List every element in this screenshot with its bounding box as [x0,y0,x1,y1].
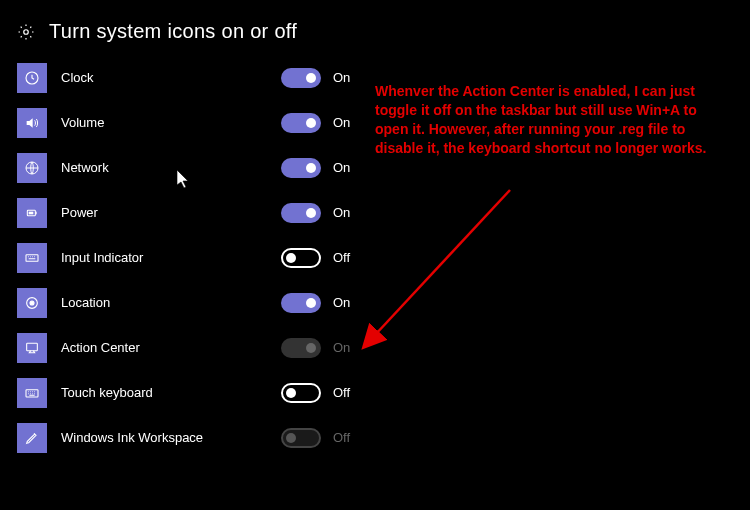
ink-icon [17,423,47,453]
row-label: Touch keyboard [61,385,281,400]
gear-icon [17,23,35,41]
svg-rect-9 [27,343,38,350]
page-header: Turn system icons on or off [0,0,750,55]
toggle-network[interactable] [281,158,321,178]
volume-icon [17,108,47,138]
input-icon [17,243,47,273]
toggle-state-label: On [333,70,350,85]
row-label: Input Indicator [61,250,281,265]
toggle-location[interactable] [281,293,321,313]
svg-rect-6 [26,254,38,261]
annotation-text: Whenver the Action Center is enabled, I … [375,82,710,158]
svg-point-0 [24,29,29,34]
toggle-state-label: Off [333,250,350,265]
toggle-action-center [281,338,321,358]
touch-icon [17,378,47,408]
row-touch-keyboard: Touch keyboard Off [17,370,733,415]
row-label: Volume [61,115,281,130]
row-location: Location On [17,280,733,325]
page-title: Turn system icons on or off [49,20,297,43]
row-label: Power [61,205,281,220]
toggle-power[interactable] [281,203,321,223]
toggle-input-indicator[interactable] [281,248,321,268]
toggle-state-label: Off [333,385,350,400]
toggle-state-label: On [333,295,350,310]
toggle-state-label: On [333,115,350,130]
row-label: Action Center [61,340,281,355]
network-icon [17,153,47,183]
row-label: Location [61,295,281,310]
row-label: Network [61,160,281,175]
toggle-volume[interactable] [281,113,321,133]
power-icon [17,198,47,228]
row-windows-ink: Windows Ink Workspace Off [17,415,733,460]
row-power: Power On [17,190,733,235]
toggle-state-label: Off [333,430,350,445]
toggle-windows-ink [281,428,321,448]
location-icon [17,288,47,318]
svg-rect-5 [29,211,34,214]
row-label: Windows Ink Workspace [61,430,281,445]
row-action-center: Action Center On [17,325,733,370]
toggle-touch-keyboard[interactable] [281,383,321,403]
row-input-indicator: Input Indicator Off [17,235,733,280]
clock-icon [17,63,47,93]
action-icon [17,333,47,363]
toggle-state-label: On [333,340,350,355]
toggle-clock[interactable] [281,68,321,88]
svg-point-8 [30,301,34,305]
row-label: Clock [61,70,281,85]
toggle-state-label: On [333,160,350,175]
svg-rect-4 [35,211,36,214]
toggle-state-label: On [333,205,350,220]
